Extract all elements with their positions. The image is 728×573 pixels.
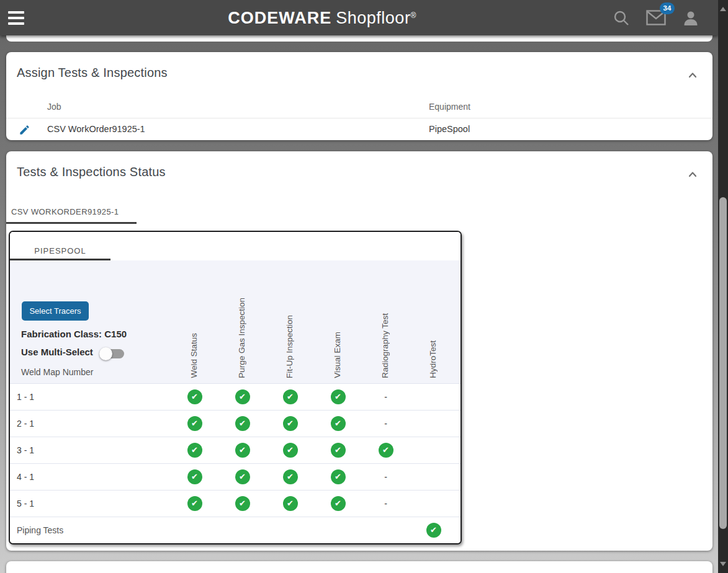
status-cell[interactable]: [331, 523, 346, 538]
status-cell[interactable]: [379, 443, 393, 458]
previous-card-edge: [6, 35, 712, 42]
status-cell[interactable]: [187, 523, 202, 538]
column-header-radiography: Radiography Test: [380, 313, 390, 378]
status-cell[interactable]: [426, 389, 441, 404]
status-cell[interactable]: [235, 523, 250, 538]
column-header-weld-status: Weld Status: [189, 333, 199, 378]
chevron-up-icon[interactable]: [685, 67, 701, 83]
registered-mark: ®: [410, 11, 416, 19]
table-row: 5 - 1: [10, 490, 461, 517]
table-row: CSV WorkOrder91925-1 PipeSpool: [6, 118, 712, 140]
status-cell[interactable]: [379, 523, 393, 538]
status-cell[interactable]: [283, 443, 298, 458]
equipment-cell: PipeSpool: [429, 124, 470, 134]
status-cell[interactable]: [187, 496, 202, 511]
status-cell[interactable]: [187, 469, 202, 484]
toggle-knob: [99, 347, 112, 360]
multi-select-toggle[interactable]: [101, 349, 124, 358]
piping-tests-label: Piping Tests: [10, 525, 171, 535]
table-row: 2 - 1: [10, 410, 461, 437]
status-cell[interactable]: [187, 416, 202, 431]
column-header-purge-gas: Purge Gas Inspection: [237, 298, 246, 378]
tests-status-card: Tests & Inspections Status CSV WORKORDER…: [6, 151, 712, 551]
status-cell[interactable]: [235, 496, 250, 511]
chevron-up-icon[interactable]: [685, 166, 701, 182]
status-cell[interactable]: [426, 496, 441, 511]
table-row: 3 - 1: [10, 437, 461, 463]
scroll-down-arrow[interactable]: [720, 562, 726, 566]
status-cell[interactable]: [187, 443, 202, 458]
status-cell[interactable]: [331, 416, 346, 431]
status-cell[interactable]: [426, 443, 441, 458]
table-row: 1 - 1: [10, 383, 461, 410]
status-cell[interactable]: [426, 469, 441, 484]
status-cell[interactable]: [235, 469, 250, 484]
status-cell[interactable]: [331, 496, 346, 511]
status-cell[interactable]: [426, 416, 441, 431]
menu-icon[interactable]: [8, 11, 27, 25]
product-name: Shopfloor: [336, 8, 410, 27]
status-cell[interactable]: [283, 469, 298, 484]
status-cell[interactable]: [235, 443, 250, 458]
app-title: CODEWAREShopfloor®: [228, 8, 416, 27]
status-cell[interactable]: [331, 389, 346, 404]
status-cell[interactable]: [235, 416, 250, 431]
status-card-title: Tests & Inspections Status: [17, 165, 166, 179]
next-card-edge: [6, 561, 712, 573]
weld-row-label: 1 - 1: [10, 392, 171, 402]
scroll-up-arrow[interactable]: [720, 7, 726, 11]
weld-row-label: 4 - 1: [10, 472, 171, 482]
scrollbar-thumb[interactable]: [719, 197, 727, 529]
page-scrollbar[interactable]: [718, 0, 728, 573]
column-header-visual-exam: Visual Exam: [333, 332, 342, 378]
status-cell[interactable]: [426, 523, 441, 538]
tab-workorder[interactable]: CSV WORKORDER91925-1: [6, 201, 137, 224]
status-cell[interactable]: [379, 416, 393, 431]
job-column-header: Job: [47, 102, 61, 112]
select-tracers-button[interactable]: Select Tracers: [22, 301, 89, 321]
multi-select-label: Use Multi-Select: [21, 347, 93, 357]
status-cell[interactable]: [331, 443, 346, 458]
assign-card-title: Assign Tests & Inspections: [17, 66, 168, 80]
status-cell[interactable]: [283, 496, 298, 511]
assign-tests-card: Assign Tests & Inspections Job Equipment…: [6, 52, 712, 140]
status-cell[interactable]: [283, 416, 298, 431]
weld-row-label: 5 - 1: [10, 499, 171, 509]
tab-pipespool[interactable]: PIPESPOOL: [10, 232, 110, 260]
weld-map-number-label: Weld Map Number: [21, 367, 93, 377]
status-cell[interactable]: [379, 389, 393, 404]
app-header: CODEWAREShopfloor® 34: [0, 0, 718, 35]
panel-header: Select Tracers Fabrication Class: C150 U…: [10, 260, 461, 383]
status-cell[interactable]: [379, 496, 393, 511]
status-cell[interactable]: [283, 523, 298, 538]
equipment-column-header: Equipment: [429, 102, 470, 112]
job-cell: CSV WorkOrder91925-1: [47, 124, 145, 134]
weld-row-label: 3 - 1: [10, 445, 171, 455]
status-cell[interactable]: [235, 389, 250, 404]
equipment-panel: PIPESPOOL Select Tracers Fabrication Cla…: [9, 231, 462, 544]
fabrication-class-label: Fabrication Class: C150: [21, 329, 127, 339]
column-header-hydrotest: HydroTest: [428, 340, 438, 378]
pencil-icon[interactable]: [19, 123, 32, 136]
status-cell[interactable]: [283, 389, 298, 404]
messages-icon[interactable]: 34: [646, 9, 666, 27]
table-row: Piping Tests: [10, 517, 461, 543]
status-cell[interactable]: [187, 389, 202, 404]
account-icon[interactable]: [682, 9, 699, 27]
weld-row-label: 2 - 1: [10, 419, 171, 429]
status-cell[interactable]: [331, 469, 346, 484]
column-header-fit-up: Fit-Up Inspection: [285, 315, 294, 378]
table-row: 4 - 1: [10, 463, 461, 490]
status-cell[interactable]: [379, 469, 393, 484]
brand-name: CODEWARE: [228, 8, 331, 27]
mail-badge: 34: [660, 2, 675, 14]
search-icon[interactable]: [613, 9, 630, 27]
